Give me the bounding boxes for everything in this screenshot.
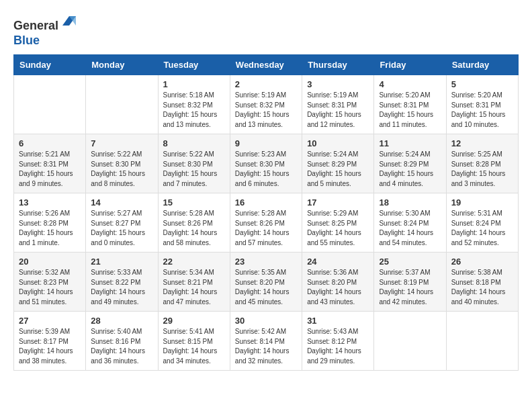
day-info: Sunrise: 5:26 AMSunset: 8:28 PMDaylight:… — [19, 209, 81, 248]
day-info: Sunrise: 5:34 AMSunset: 8:21 PMDaylight:… — [163, 268, 225, 307]
calendar-cell: 21Sunrise: 5:33 AMSunset: 8:22 PMDayligh… — [86, 253, 158, 312]
calendar-cell: 6Sunrise: 5:21 AMSunset: 8:31 PMDaylight… — [14, 134, 86, 193]
calendar-cell: 1Sunrise: 5:18 AMSunset: 8:32 PMDaylight… — [158, 75, 230, 134]
calendar-cell: 31Sunrise: 5:43 AMSunset: 8:12 PMDayligh… — [302, 312, 374, 371]
day-info: Sunrise: 5:40 AMSunset: 8:16 PMDaylight:… — [91, 327, 152, 366]
calendar-table: SundayMondayTuesdayWednesdayThursdayFrid… — [13, 54, 519, 371]
day-info: Sunrise: 5:43 AMSunset: 8:12 PMDaylight:… — [307, 327, 369, 366]
day-info: Sunrise: 5:24 AMSunset: 8:29 PMDaylight:… — [307, 150, 369, 189]
day-info: Sunrise: 5:28 AMSunset: 8:26 PMDaylight:… — [163, 209, 225, 248]
day-info: Sunrise: 5:18 AMSunset: 8:32 PMDaylight:… — [163, 91, 225, 130]
day-number: 21 — [91, 257, 152, 267]
day-number: 17 — [307, 197, 369, 208]
weekday-header-monday: Monday — [86, 55, 158, 75]
day-number: 19 — [451, 197, 513, 208]
calendar-cell: 18Sunrise: 5:30 AMSunset: 8:24 PMDayligh… — [374, 193, 446, 253]
day-number: 14 — [91, 197, 152, 208]
logo-icon — [60, 13, 76, 30]
day-number: 8 — [163, 138, 225, 148]
day-info: Sunrise: 5:33 AMSunset: 8:22 PMDaylight:… — [91, 268, 152, 307]
calendar-cell: 16Sunrise: 5:28 AMSunset: 8:26 PMDayligh… — [230, 193, 302, 253]
weekday-header-row: SundayMondayTuesdayWednesdayThursdayFrid… — [14, 55, 519, 75]
calendar-cell — [86, 75, 158, 134]
day-info: Sunrise: 5:38 AMSunset: 8:18 PMDaylight:… — [451, 268, 513, 307]
day-number: 25 — [379, 257, 441, 267]
calendar-cell: 30Sunrise: 5:42 AMSunset: 8:14 PMDayligh… — [230, 312, 302, 371]
calendar-cell: 8Sunrise: 5:22 AMSunset: 8:30 PMDaylight… — [158, 134, 230, 193]
day-info: Sunrise: 5:22 AMSunset: 8:30 PMDaylight:… — [163, 150, 225, 189]
calendar-body: 1Sunrise: 5:18 AMSunset: 8:32 PMDaylight… — [14, 75, 519, 371]
calendar-cell: 28Sunrise: 5:40 AMSunset: 8:16 PMDayligh… — [86, 312, 158, 371]
calendar-cell: 26Sunrise: 5:38 AMSunset: 8:18 PMDayligh… — [446, 253, 518, 312]
day-info: Sunrise: 5:30 AMSunset: 8:24 PMDaylight:… — [379, 209, 441, 248]
weekday-header-wednesday: Wednesday — [230, 55, 302, 75]
day-number: 13 — [19, 197, 81, 208]
calendar-cell: 23Sunrise: 5:35 AMSunset: 8:20 PMDayligh… — [230, 253, 302, 312]
calendar-cell: 27Sunrise: 5:39 AMSunset: 8:17 PMDayligh… — [14, 312, 86, 371]
day-number: 23 — [235, 257, 297, 267]
day-info: Sunrise: 5:42 AMSunset: 8:14 PMDaylight:… — [235, 327, 297, 366]
day-info: Sunrise: 5:19 AMSunset: 8:31 PMDaylight:… — [307, 91, 369, 130]
day-number: 16 — [235, 197, 297, 208]
weekday-header-sunday: Sunday — [14, 55, 86, 75]
weekday-header-tuesday: Tuesday — [158, 55, 230, 75]
logo-general: General — [13, 19, 58, 32]
day-info: Sunrise: 5:36 AMSunset: 8:20 PMDaylight:… — [307, 268, 369, 307]
day-number: 1 — [163, 79, 225, 89]
day-info: Sunrise: 5:19 AMSunset: 8:32 PMDaylight:… — [235, 91, 297, 130]
day-number: 26 — [451, 257, 513, 267]
day-number: 12 — [451, 138, 513, 148]
calendar-cell: 10Sunrise: 5:24 AMSunset: 8:29 PMDayligh… — [302, 134, 374, 193]
logo: General Blue — [13, 13, 76, 48]
calendar-cell — [14, 75, 86, 134]
day-number: 11 — [379, 138, 441, 148]
day-number: 7 — [91, 138, 152, 148]
day-info: Sunrise: 5:20 AMSunset: 8:31 PMDaylight:… — [451, 91, 513, 130]
calendar-cell: 25Sunrise: 5:37 AMSunset: 8:19 PMDayligh… — [374, 253, 446, 312]
day-number: 3 — [307, 79, 369, 89]
week-row-1: 1Sunrise: 5:18 AMSunset: 8:32 PMDaylight… — [14, 75, 519, 134]
weekday-header-thursday: Thursday — [302, 55, 374, 75]
day-info: Sunrise: 5:20 AMSunset: 8:31 PMDaylight:… — [379, 91, 441, 130]
day-info: Sunrise: 5:32 AMSunset: 8:23 PMDaylight:… — [19, 268, 81, 307]
week-row-2: 6Sunrise: 5:21 AMSunset: 8:31 PMDaylight… — [14, 134, 519, 193]
calendar-cell: 3Sunrise: 5:19 AMSunset: 8:31 PMDaylight… — [302, 75, 374, 134]
day-number: 31 — [307, 316, 369, 326]
day-info: Sunrise: 5:27 AMSunset: 8:27 PMDaylight:… — [91, 209, 152, 248]
day-number: 29 — [163, 316, 225, 326]
day-info: Sunrise: 5:29 AMSunset: 8:25 PMDaylight:… — [307, 209, 369, 248]
week-row-4: 20Sunrise: 5:32 AMSunset: 8:23 PMDayligh… — [14, 253, 519, 312]
weekday-header-friday: Friday — [374, 55, 446, 75]
day-number: 30 — [235, 316, 297, 326]
day-info: Sunrise: 5:28 AMSunset: 8:26 PMDaylight:… — [235, 209, 297, 248]
day-info: Sunrise: 5:39 AMSunset: 8:17 PMDaylight:… — [19, 327, 81, 366]
day-number: 18 — [379, 197, 441, 208]
calendar-cell: 20Sunrise: 5:32 AMSunset: 8:23 PMDayligh… — [14, 253, 86, 312]
day-info: Sunrise: 5:24 AMSunset: 8:29 PMDaylight:… — [379, 150, 441, 189]
calendar-cell: 22Sunrise: 5:34 AMSunset: 8:21 PMDayligh… — [158, 253, 230, 312]
day-number: 20 — [19, 257, 81, 267]
weekday-header-saturday: Saturday — [446, 55, 518, 75]
day-number: 24 — [307, 257, 369, 267]
day-info: Sunrise: 5:23 AMSunset: 8:30 PMDaylight:… — [235, 150, 297, 189]
day-number: 2 — [235, 79, 297, 89]
calendar-cell: 11Sunrise: 5:24 AMSunset: 8:29 PMDayligh… — [374, 134, 446, 193]
calendar-cell: 17Sunrise: 5:29 AMSunset: 8:25 PMDayligh… — [302, 193, 374, 253]
day-number: 10 — [307, 138, 369, 148]
day-info: Sunrise: 5:31 AMSunset: 8:24 PMDaylight:… — [451, 209, 513, 248]
day-number: 5 — [451, 79, 513, 89]
calendar-cell: 29Sunrise: 5:41 AMSunset: 8:15 PMDayligh… — [158, 312, 230, 371]
calendar-cell: 12Sunrise: 5:25 AMSunset: 8:28 PMDayligh… — [446, 134, 518, 193]
calendar-cell: 19Sunrise: 5:31 AMSunset: 8:24 PMDayligh… — [446, 193, 518, 253]
logo-blue: Blue — [13, 34, 40, 47]
day-info: Sunrise: 5:35 AMSunset: 8:20 PMDaylight:… — [235, 268, 297, 307]
calendar-cell — [446, 312, 518, 371]
day-info: Sunrise: 5:37 AMSunset: 8:19 PMDaylight:… — [379, 268, 441, 307]
day-info: Sunrise: 5:22 AMSunset: 8:30 PMDaylight:… — [91, 150, 152, 189]
day-number: 4 — [379, 79, 441, 89]
day-number: 28 — [91, 316, 152, 326]
week-row-3: 13Sunrise: 5:26 AMSunset: 8:28 PMDayligh… — [14, 193, 519, 253]
calendar-cell: 4Sunrise: 5:20 AMSunset: 8:31 PMDaylight… — [374, 75, 446, 134]
calendar-cell: 9Sunrise: 5:23 AMSunset: 8:30 PMDaylight… — [230, 134, 302, 193]
day-number: 6 — [19, 138, 81, 148]
